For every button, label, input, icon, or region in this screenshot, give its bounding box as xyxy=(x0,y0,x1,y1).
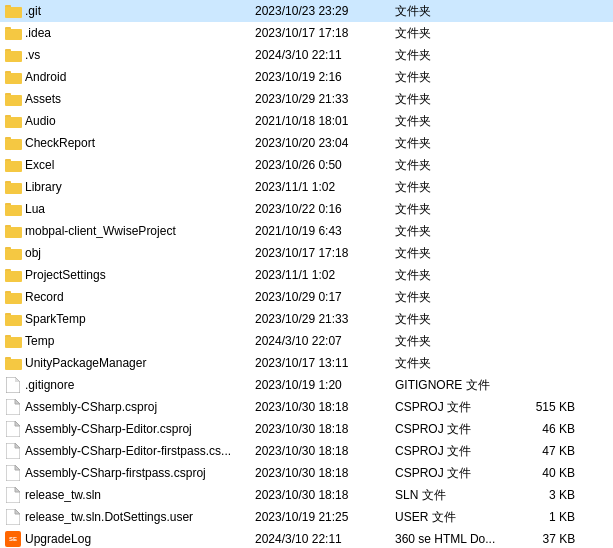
file-name: CheckReport xyxy=(25,136,245,150)
file-name: Assembly-CSharp.csproj xyxy=(25,400,245,414)
svg-rect-25 xyxy=(5,271,22,282)
file-type: 文件夹 xyxy=(385,157,495,174)
file-date: 2023/11/1 1:02 xyxy=(245,268,385,282)
svg-marker-35 xyxy=(15,377,20,382)
folder-icon xyxy=(4,90,22,108)
svg-rect-13 xyxy=(5,139,22,150)
svg-marker-47 xyxy=(15,509,20,514)
list-item[interactable]: .git2023/10/23 23:29文件夹 xyxy=(0,0,613,22)
file-type: 文件夹 xyxy=(385,355,495,372)
doc-icon xyxy=(4,508,22,526)
file-list[interactable]: .git2023/10/23 23:29文件夹.idea2023/10/17 1… xyxy=(0,0,613,548)
file-name: .gitignore xyxy=(25,378,245,392)
folder-icon xyxy=(4,156,22,174)
file-date: 2023/10/23 23:29 xyxy=(245,4,385,18)
svg-rect-17 xyxy=(5,183,22,194)
svg-rect-33 xyxy=(5,359,22,370)
svg-rect-11 xyxy=(5,117,22,128)
list-item[interactable]: Excel2023/10/26 0:50文件夹 xyxy=(0,154,613,176)
file-name: Temp xyxy=(25,334,245,348)
list-item[interactable]: SEUpgradeLog2024/3/10 22:11360 se HTML D… xyxy=(0,528,613,548)
folder-icon xyxy=(4,222,22,240)
file-date: 2023/10/30 18:18 xyxy=(245,466,385,480)
file-name: .git xyxy=(25,4,245,18)
file-size: 515 KB xyxy=(495,400,575,414)
file-type: CSPROJ 文件 xyxy=(385,421,495,438)
svg-rect-15 xyxy=(5,161,22,172)
doc-icon xyxy=(4,464,22,482)
file-type: 文件夹 xyxy=(385,25,495,42)
doc-icon xyxy=(4,398,22,416)
file-name: Assembly-CSharp-Editor-firstpass.cs... xyxy=(25,444,245,458)
file-type: USER 文件 xyxy=(385,509,495,526)
folder-icon xyxy=(4,244,22,262)
svg-marker-34 xyxy=(6,377,20,393)
list-item[interactable]: Assembly-CSharp-Editor.csproj2023/10/30 … xyxy=(0,418,613,440)
folder-icon xyxy=(4,178,22,196)
file-name: mobpal-client_WwiseProject xyxy=(25,224,245,238)
list-item[interactable]: release_tw.sln2023/10/30 18:18SLN 文件3 KB xyxy=(0,484,613,506)
list-item[interactable]: Library2023/11/1 1:02文件夹 xyxy=(0,176,613,198)
blank-icon xyxy=(4,376,22,394)
file-date: 2023/10/29 21:33 xyxy=(245,92,385,106)
list-item[interactable]: release_tw.sln.DotSettings.user2023/10/1… xyxy=(0,506,613,528)
svg-marker-43 xyxy=(15,465,20,470)
svg-rect-19 xyxy=(5,205,22,216)
file-name: .idea xyxy=(25,26,245,40)
file-name: SparkTemp xyxy=(25,312,245,326)
list-item[interactable]: mobpal-client_WwiseProject2021/10/19 6:4… xyxy=(0,220,613,242)
file-date: 2023/10/29 21:33 xyxy=(245,312,385,326)
file-name: release_tw.sln.DotSettings.user xyxy=(25,510,245,524)
file-name: ProjectSettings xyxy=(25,268,245,282)
file-date: 2023/10/20 23:04 xyxy=(245,136,385,150)
list-item[interactable]: Assets2023/10/29 21:33文件夹 xyxy=(0,88,613,110)
doc-icon xyxy=(4,486,22,504)
list-item[interactable]: ProjectSettings2023/11/1 1:02文件夹 xyxy=(0,264,613,286)
list-item[interactable]: .idea2023/10/17 17:18文件夹 xyxy=(0,22,613,44)
file-type: 文件夹 xyxy=(385,69,495,86)
list-item[interactable]: CheckReport2023/10/20 23:04文件夹 xyxy=(0,132,613,154)
file-date: 2023/10/17 17:18 xyxy=(245,26,385,40)
list-item[interactable]: Android2023/10/19 2:16文件夹 xyxy=(0,66,613,88)
file-date: 2021/10/19 6:43 xyxy=(245,224,385,238)
file-date: 2024/3/10 22:07 xyxy=(245,334,385,348)
svg-marker-41 xyxy=(15,443,20,448)
list-item[interactable]: SparkTemp2023/10/29 21:33文件夹 xyxy=(0,308,613,330)
html-icon: SE xyxy=(4,530,22,548)
file-date: 2023/11/1 1:02 xyxy=(245,180,385,194)
file-name: UnityPackageManager xyxy=(25,356,245,370)
file-name: Assembly-CSharp-Editor.csproj xyxy=(25,422,245,436)
list-item[interactable]: Audio2021/10/18 18:01文件夹 xyxy=(0,110,613,132)
file-name: .vs xyxy=(25,48,245,62)
list-item[interactable]: Lua2023/10/22 0:16文件夹 xyxy=(0,198,613,220)
list-item[interactable]: obj2023/10/17 17:18文件夹 xyxy=(0,242,613,264)
list-item[interactable]: Temp2024/3/10 22:07文件夹 xyxy=(0,330,613,352)
svg-rect-31 xyxy=(5,337,22,348)
file-size: 47 KB xyxy=(495,444,575,458)
file-type: CSPROJ 文件 xyxy=(385,465,495,482)
file-date: 2023/10/30 18:18 xyxy=(245,444,385,458)
file-date: 2023/10/19 21:25 xyxy=(245,510,385,524)
svg-rect-29 xyxy=(5,315,22,326)
file-size: 40 KB xyxy=(495,466,575,480)
list-item[interactable]: Assembly-CSharp.csproj2023/10/30 18:18CS… xyxy=(0,396,613,418)
file-name: Library xyxy=(25,180,245,194)
folder-icon xyxy=(4,354,22,372)
folder-icon xyxy=(4,46,22,64)
list-item[interactable]: .gitignore2023/10/19 1:20GITIGNORE 文件 xyxy=(0,374,613,396)
file-size: 1 KB xyxy=(495,510,575,524)
doc-icon xyxy=(4,442,22,460)
file-type: 文件夹 xyxy=(385,47,495,64)
list-item[interactable]: Record2023/10/29 0:17文件夹 xyxy=(0,286,613,308)
file-date: 2023/10/17 13:11 xyxy=(245,356,385,370)
file-type: 文件夹 xyxy=(385,179,495,196)
list-item[interactable]: Assembly-CSharp-Editor-firstpass.cs...20… xyxy=(0,440,613,462)
list-item[interactable]: UnityPackageManager2023/10/17 13:11文件夹 xyxy=(0,352,613,374)
file-name: UpgradeLog xyxy=(25,532,245,546)
folder-icon xyxy=(4,310,22,328)
file-date: 2024/3/10 22:11 xyxy=(245,48,385,62)
file-date: 2023/10/19 1:20 xyxy=(245,378,385,392)
list-item[interactable]: Assembly-CSharp-firstpass.csproj2023/10/… xyxy=(0,462,613,484)
file-date: 2023/10/26 0:50 xyxy=(245,158,385,172)
list-item[interactable]: .vs2024/3/10 22:11文件夹 xyxy=(0,44,613,66)
